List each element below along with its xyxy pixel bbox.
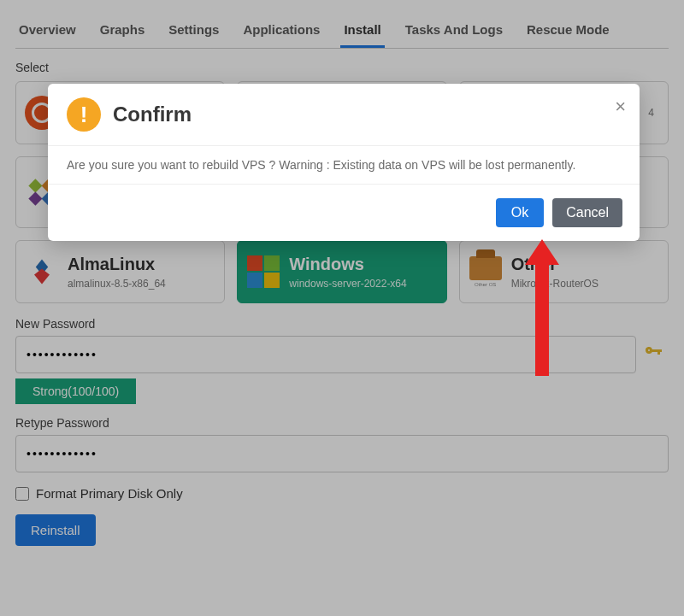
confirm-modal: ! Confirm × Are you sure you want to reb… <box>48 84 640 241</box>
modal-title: Confirm <box>113 103 192 126</box>
cancel-button[interactable]: Cancel <box>552 198 622 227</box>
close-icon[interactable]: × <box>615 96 626 118</box>
ok-button[interactable]: Ok <box>496 198 544 227</box>
modal-body-text: Are you sure you want to rebuild VPS ? W… <box>48 145 640 185</box>
warning-icon: ! <box>67 97 101 132</box>
